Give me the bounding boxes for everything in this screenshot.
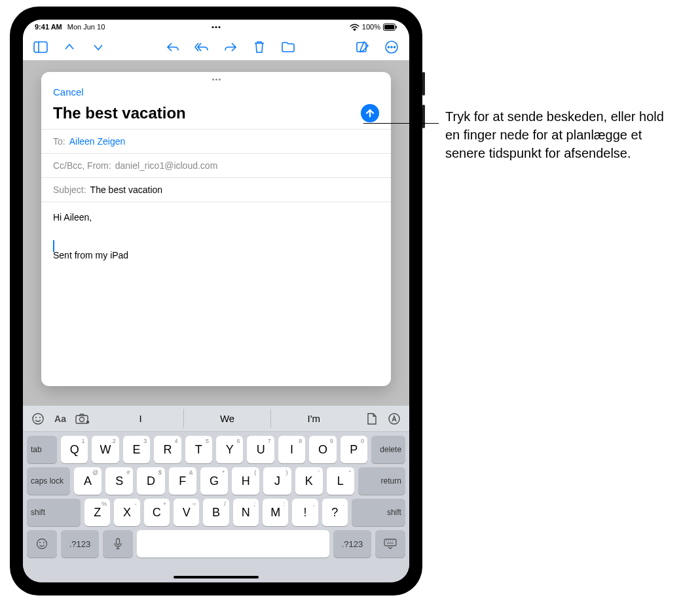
signature: Sent from my iPad [53, 248, 379, 262]
dictation-key[interactable] [103, 530, 133, 558]
key-c[interactable]: C+ [144, 499, 170, 526]
emoji-sticker-icon[interactable] [31, 413, 45, 425]
cancel-button[interactable]: Cancel [53, 86, 84, 98]
sidebar-toggle-icon[interactable] [33, 40, 48, 54]
forward-icon[interactable] [223, 40, 238, 54]
keyboard-row-2: caps lock A@ S# D$ F& G* H( J) K' L" ret… [27, 467, 405, 495]
next-message-icon[interactable] [91, 40, 105, 54]
suggestion-word[interactable]: I [98, 409, 183, 428]
key-i[interactable]: I8 [278, 436, 305, 463]
key-r[interactable]: R4 [154, 436, 181, 463]
key-l[interactable]: L" [327, 467, 354, 495]
previous-message-icon[interactable] [62, 40, 77, 54]
svg-point-15 [86, 420, 89, 423]
key-y[interactable]: Y6 [216, 436, 243, 463]
text-format-icon[interactable]: Aa [53, 413, 67, 425]
to-field[interactable]: To: Aileen Zeigen [41, 129, 391, 153]
svg-point-17 [37, 539, 47, 549]
key-j[interactable]: J) [263, 467, 291, 495]
markup-icon[interactable] [387, 413, 401, 425]
key-x[interactable]: X- [114, 499, 139, 526]
delete-key[interactable]: delete [371, 436, 405, 463]
key-d[interactable]: D$ [137, 467, 164, 495]
numbers-key-left[interactable]: .?123 [61, 530, 99, 558]
trash-icon[interactable] [252, 40, 267, 54]
keyboard-row-4: .?123 .?123 [27, 530, 405, 558]
key-w[interactable]: W2 [92, 436, 119, 463]
text-cursor [53, 240, 54, 252]
key-q[interactable]: Q1 [61, 436, 88, 463]
ccbcc-from-field[interactable]: Cc/Bcc, From: daniel_rico1@icloud.com [41, 153, 391, 177]
svg-point-7 [388, 46, 390, 48]
key-k[interactable]: K' [295, 467, 323, 495]
from-value: daniel_rico1@icloud.com [115, 160, 218, 171]
home-indicator[interactable] [174, 576, 259, 578]
key-n[interactable]: N; [233, 499, 259, 526]
svg-point-18 [39, 542, 41, 543]
more-icon[interactable] [384, 40, 399, 54]
key-b[interactable]: B/ [203, 499, 229, 526]
suggestion-word[interactable]: We [183, 409, 270, 428]
onscreen-keyboard: Aa I We I'm [23, 406, 409, 582]
status-time: 9:41 AM [35, 23, 62, 31]
keyboard-row-1: tab Q1 W2 E3 R4 T5 Y6 U7 I8 O9 P0 delete [27, 436, 405, 463]
key-v[interactable]: V= [174, 499, 199, 526]
sheet-grabber-icon[interactable] [41, 72, 391, 86]
svg-rect-13 [76, 416, 88, 423]
key-t[interactable]: T5 [185, 436, 212, 463]
reply-all-icon[interactable] [194, 40, 209, 54]
move-folder-icon[interactable] [281, 40, 295, 54]
screen: 9:41 AM Mon Jun 10 100% [23, 20, 409, 582]
compose-sheet: Cancel The best vacation To: Aileen Zeig… [41, 72, 391, 386]
wifi-icon [350, 24, 359, 31]
svg-point-11 [35, 417, 37, 418]
reply-icon[interactable] [166, 40, 180, 54]
message-body[interactable]: Hi Aileen, Sent from my iPad [41, 202, 391, 386]
shift-key-right[interactable]: shift [352, 499, 405, 526]
dismiss-keyboard-key[interactable] [375, 530, 405, 558]
key-g[interactable]: G* [200, 467, 228, 495]
callout-line [363, 123, 439, 124]
caps-lock-key[interactable]: caps lock [27, 467, 70, 495]
volume-up-button[interactable] [422, 72, 425, 96]
volume-down-button[interactable] [422, 105, 425, 128]
key-m[interactable]: M: [263, 499, 288, 526]
key-o[interactable]: O9 [309, 436, 336, 463]
battery-percent: 100% [362, 23, 380, 31]
shift-key-left[interactable]: shift [27, 499, 81, 526]
subject-value: The best vacation [90, 185, 163, 195]
camera-scan-icon[interactable] [75, 413, 90, 425]
key-exclaim[interactable]: !, [292, 499, 318, 526]
mail-toolbar [23, 34, 409, 60]
compose-icon[interactable] [356, 40, 370, 54]
emoji-key[interactable] [27, 530, 57, 558]
keyboard-hide-icon [384, 539, 397, 549]
suggestion-word[interactable]: I'm [270, 409, 357, 428]
numbers-key-right[interactable]: .?123 [333, 530, 371, 558]
suggestion-words: I We I'm [98, 409, 357, 428]
to-value[interactable]: Aileen Zeigen [69, 136, 126, 147]
key-f[interactable]: F& [169, 467, 196, 495]
arrow-up-icon [365, 108, 375, 118]
svg-rect-2 [396, 26, 397, 28]
key-h[interactable]: H( [232, 467, 259, 495]
key-u[interactable]: U7 [247, 436, 274, 463]
svg-point-12 [39, 417, 41, 418]
multitask-dots-icon[interactable] [212, 26, 221, 28]
tab-key[interactable]: tab [27, 436, 57, 463]
status-bar: 9:41 AM Mon Jun 10 100% [23, 20, 409, 34]
key-e[interactable]: E3 [123, 436, 150, 463]
send-button[interactable] [361, 104, 379, 122]
space-key[interactable] [137, 530, 329, 558]
key-a[interactable]: A@ [74, 467, 101, 495]
emoji-icon [36, 538, 48, 550]
key-question[interactable]: ?. [322, 499, 348, 526]
svg-rect-21 [384, 539, 396, 546]
return-key[interactable]: return [358, 467, 405, 495]
document-scan-icon[interactable] [365, 413, 379, 425]
key-p[interactable]: P0 [341, 436, 367, 463]
key-z[interactable]: Z% [84, 499, 110, 526]
subject-field[interactable]: Subject: The best vacation [41, 177, 391, 202]
key-s[interactable]: S# [105, 467, 133, 495]
compose-title: The best vacation [53, 104, 186, 122]
